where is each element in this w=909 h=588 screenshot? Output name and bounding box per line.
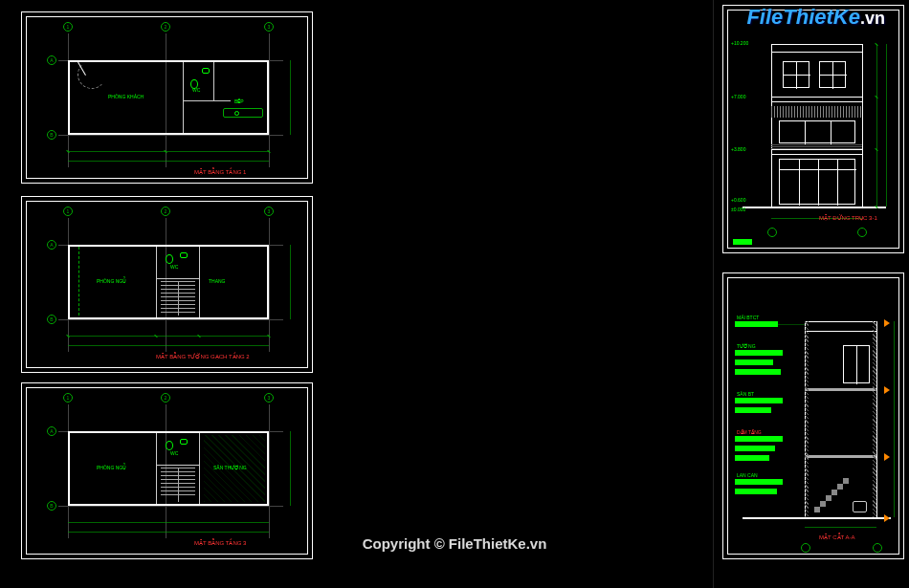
sheet-elevation-1: +10.200 +7.000 +3.800 +0.600 ±0.000 MẶT … [722, 5, 904, 253]
sheet-plan-1: 1 2 3 A B PHÒNG KHÁCH WC BẾP MẶT [21, 11, 313, 184]
drawing-title: MẶT BẰNG TẦNG 1 [194, 168, 246, 175]
cad-canvas[interactable]: 1 2 3 A B PHÒNG KHÁCH WC BẾP MẶT [0, 0, 909, 588]
sheet-plan-3: 1 2 3 A B PHÒNG NGỦ WC SÂN THƯỢNG MẶT BẰ… [21, 382, 313, 559]
grid-bubble: B [47, 130, 56, 140]
room-label: BẾP [234, 98, 244, 104]
room-label: WC [192, 87, 200, 93]
drawing-title: MẶT CẮT A-A [819, 534, 854, 540]
counter-fixture [223, 108, 263, 118]
drawing-title: MẶT BẰNG TẦNG 3 [194, 539, 246, 546]
grid-bubble: 3 [264, 22, 274, 32]
logo-text: FileThietKe [746, 5, 860, 29]
grid-bubble: 1 [63, 22, 73, 32]
drawing-title: MẶT BẰNG TƯỜNG GẠCH TẦNG 2 [156, 353, 250, 359]
stair [161, 281, 195, 316]
room-label: PHÒNG KHÁCH [108, 94, 144, 99]
drawing-title: MẶT ĐỨNG TRỤC 3-1 [819, 214, 877, 221]
logo-ext: .vn [860, 9, 885, 28]
sheet-plan-2: 1 2 3 A B PHÒNG NGỦ WC [21, 196, 313, 373]
watermark-copyright: Copyright © FileThietKe.vn [363, 535, 547, 552]
watermark-logo: FileThietKe.vn [746, 5, 885, 30]
grid-bubble: A [47, 55, 56, 65]
sheet-section-1: MÁI BTCT TƯỜNG SÀN BT DẦM TẦNG LAN CAN M… [722, 272, 904, 559]
level-marker-icon [884, 319, 890, 327]
sink-fixture [202, 68, 210, 74]
grid-bubble: 2 [161, 22, 170, 32]
